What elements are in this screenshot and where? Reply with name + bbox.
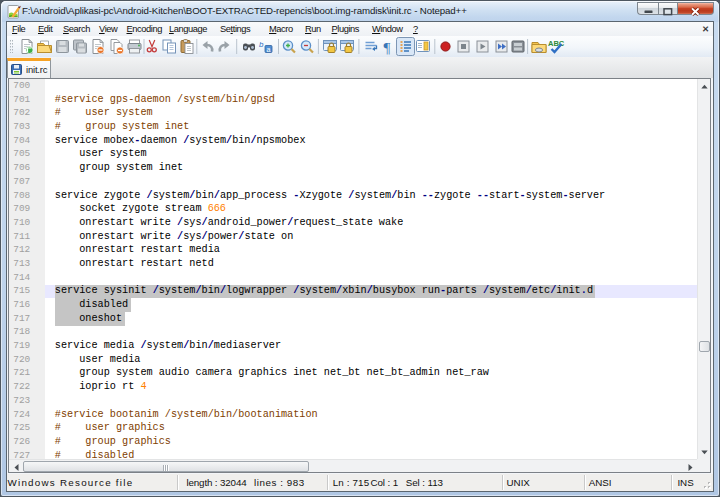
svg-text:a: a <box>267 46 271 53</box>
svg-text:¶: ¶ <box>384 40 391 56</box>
svg-text:ABC: ABC <box>548 39 565 48</box>
svg-text:b: b <box>259 40 264 49</box>
